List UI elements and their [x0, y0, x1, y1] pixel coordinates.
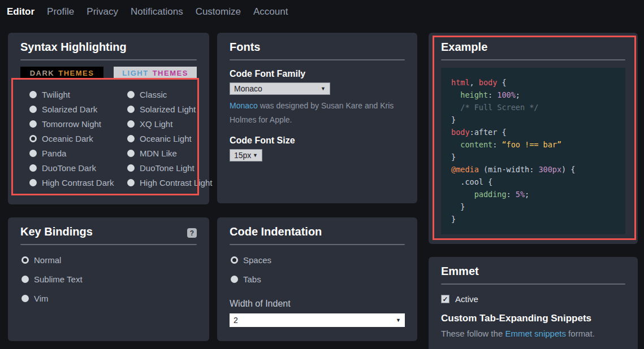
radio-icon[interactable]: [127, 179, 135, 186]
nav-item-customize[interactable]: Customize: [196, 6, 241, 18]
help-icon[interactable]: ?: [187, 228, 197, 238]
code-indentation-options: SpacesTabs: [231, 255, 405, 284]
radio-icon[interactable]: [29, 150, 37, 157]
radio-icon[interactable]: [21, 295, 29, 302]
code-line: }: [451, 213, 615, 225]
theme-option-xq-light[interactable]: XQ Light: [127, 119, 212, 129]
radio-icon[interactable]: [127, 120, 135, 128]
key-bindings-title: Key Bindings: [20, 225, 93, 238]
theme-option-panda[interactable]: Panda: [29, 149, 127, 158]
emmet-active-option[interactable]: ✓ Active: [441, 294, 625, 304]
radio-icon[interactable]: [29, 135, 37, 142]
code-line: content: “foo !== bar”: [451, 138, 615, 151]
tab-dark-word1: DARK: [30, 69, 55, 77]
radio-label: Spaces: [243, 255, 271, 265]
tab-light-themes[interactable]: LIGHT THEMES: [114, 67, 197, 79]
code-font-family-select[interactable]: Monaco ▼: [230, 82, 330, 95]
radio-label: MDN Like: [140, 149, 177, 158]
divider: [20, 59, 197, 60]
radio-icon[interactable]: [127, 91, 135, 98]
radio-icon[interactable]: [29, 164, 37, 172]
code-line: body:after {: [451, 126, 615, 138]
radio-icon[interactable]: [127, 106, 135, 113]
theme-option-duotone-dark[interactable]: DuoTone Dark: [29, 163, 127, 173]
theme-option-twilight[interactable]: Twilight: [29, 90, 127, 99]
tab-light-word2: THEMES: [153, 69, 188, 77]
panel-syntax-highlighting: Syntax Highlighting DARK THEMES LIGHT TH…: [8, 33, 209, 204]
divider: [230, 244, 405, 245]
code-line: @media (min-width: 300px) {: [451, 163, 615, 176]
divider: [441, 283, 625, 285]
code-font-size-value: 15px: [234, 151, 251, 160]
radio-label: Solarized Dark: [42, 104, 97, 114]
theme-option-oceanic-light[interactable]: Oceanic Light: [127, 134, 212, 143]
custom-snippets-title: Custom Tab-Expanding Snippets: [441, 313, 625, 324]
code-line: }: [451, 200, 615, 213]
radio-icon[interactable]: [29, 106, 37, 113]
theme-option-mdn-like[interactable]: MDN Like: [127, 149, 212, 158]
radio-icon[interactable]: [21, 256, 29, 264]
radio-label: Solarized Light: [140, 104, 196, 114]
panel-key-bindings: Key Bindings ? NormalSublime TextVim: [8, 217, 209, 341]
key-binding-option-normal[interactable]: Normal: [21, 255, 197, 265]
font-description: Monaco was designed by Susan Kare and Kr…: [230, 99, 405, 127]
theme-option-oceanic-dark[interactable]: Oceanic Dark: [29, 134, 127, 143]
nav-item-privacy[interactable]: Privacy: [87, 6, 118, 18]
radio-icon[interactable]: [29, 91, 37, 98]
emmet-snippets-link[interactable]: Emmet snippets: [505, 329, 566, 338]
radio-label: Tomorrow Night: [42, 119, 101, 129]
example-title: Example: [441, 41, 625, 54]
code-font-size-label: Code Font Size: [230, 136, 405, 146]
fonts-title: Fonts: [230, 41, 405, 54]
emmet-active-label: Active: [455, 294, 478, 304]
code-line: html, body {: [451, 76, 615, 89]
radio-label: High Contrast Dark: [42, 178, 114, 187]
panel-fonts: Fonts Code Font Family Monaco ▼ Monaco w…: [217, 33, 417, 203]
radio-icon[interactable]: [29, 179, 37, 186]
theme-option-high-contrast-light[interactable]: High Contrast Light: [127, 178, 212, 187]
panel-example: Example html, body { height: 100%; /* Fu…: [429, 33, 638, 244]
indentation-option-tabs[interactable]: Tabs: [231, 274, 405, 284]
radio-label: Vim: [34, 294, 49, 303]
radio-label: Oceanic Dark: [42, 134, 93, 143]
code-font-family-label: Code Font Family: [230, 69, 405, 79]
code-line: height: 100%;: [451, 89, 615, 101]
theme-list: TwilightSolarized DarkTomorrow NightOcea…: [29, 87, 197, 190]
radio-icon[interactable]: [127, 150, 135, 157]
checkbox-checked-icon[interactable]: ✓: [441, 295, 449, 303]
monaco-link[interactable]: Monaco: [230, 101, 258, 110]
theme-option-classic[interactable]: Classic: [127, 90, 212, 99]
theme-tabs: DARK THEMES LIGHT THEMES: [20, 67, 197, 79]
radio-icon[interactable]: [29, 120, 37, 128]
tab-dark-themes[interactable]: DARK THEMES: [20, 67, 103, 79]
nav-item-account[interactable]: Account: [253, 6, 288, 18]
nav-item-notifications[interactable]: Notifications: [131, 6, 183, 18]
theme-option-tomorrow-night[interactable]: Tomorrow Night: [29, 119, 127, 129]
emmet-title: Emmet: [441, 265, 625, 278]
theme-option-solarized-light[interactable]: Solarized Light: [127, 104, 212, 114]
radio-icon[interactable]: [127, 135, 135, 142]
radio-icon[interactable]: [231, 256, 238, 264]
key-binding-option-sublime-text[interactable]: Sublime Text: [21, 274, 197, 284]
tab-dark-word2: THEMES: [58, 69, 94, 77]
panel-code-indentation: Code Indentation SpacesTabs Width of Ind…: [217, 217, 417, 341]
radio-icon[interactable]: [127, 164, 135, 172]
radio-icon[interactable]: [231, 276, 238, 283]
divider: [441, 59, 625, 60]
code-font-size-select[interactable]: 15px ▼: [230, 149, 262, 162]
code-line: /* Full Screen */: [451, 101, 615, 114]
theme-option-duotone-light[interactable]: DuoTone Light: [127, 163, 212, 173]
theme-option-high-contrast-dark[interactable]: High Contrast Dark: [29, 178, 127, 187]
code-line: .cool {: [451, 176, 615, 188]
key-binding-option-vim[interactable]: Vim: [21, 294, 197, 303]
width-of-indent-value: 2: [234, 316, 238, 325]
radio-label: High Contrast Light: [140, 178, 212, 187]
nav-item-editor[interactable]: Editor: [7, 6, 34, 18]
indentation-option-spaces[interactable]: Spaces: [231, 255, 405, 265]
nav-item-profile[interactable]: Profile: [47, 6, 74, 18]
width-of-indent-select[interactable]: 2 ▼: [230, 313, 405, 327]
radio-icon[interactable]: [21, 276, 29, 283]
radio-label: Sublime Text: [34, 274, 83, 284]
radio-label: Classic: [140, 90, 167, 99]
theme-option-solarized-dark[interactable]: Solarized Dark: [29, 104, 127, 114]
